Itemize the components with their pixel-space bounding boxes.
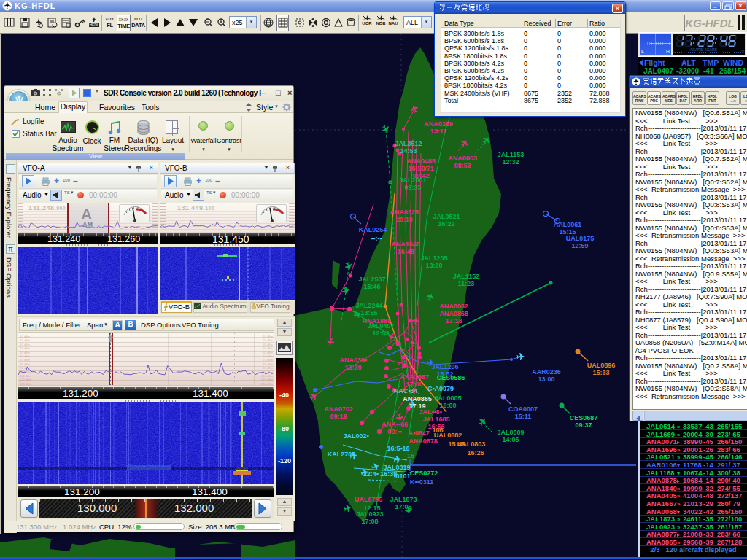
svg-text:16: 16 (407, 452, 414, 459)
svg-text:16:48: 16:48 (397, 248, 414, 255)
svg-text:12:59: 12:59 (571, 242, 588, 249)
svg-text:13:20: 13:20 (425, 262, 442, 269)
svg-text:12:32: 12:32 (502, 158, 519, 166)
svg-text:16:5▪16: 16:5▪16 (387, 445, 409, 452)
svg-text:NAC▪34: NAC▪34 (394, 387, 418, 394)
svg-text:17:18: 17:18 (445, 317, 462, 324)
svg-text:JAL1153: JAL1153 (498, 151, 525, 158)
svg-text:ANA▪▪66: ANA▪▪66 (382, 421, 408, 428)
svg-text:12:15: 12:15 (363, 505, 380, 512)
svg-text:UAL0795: UAL0795 (355, 496, 383, 503)
svg-text:JAL▪▪8▪: JAL▪▪8▪ (419, 408, 442, 416)
svg-text:AAR0236: AAR0236 (532, 368, 561, 376)
svg-text:ANA1640: ANA1640 (391, 241, 420, 248)
svg-text:A▪0547: A▪0547 (408, 429, 430, 437)
svg-text:09:▪▪: 09:▪▪ (387, 428, 401, 435)
svg-text:16:22: 16:22 (438, 220, 454, 228)
svg-text:JAL0009: JAL0009 (497, 429, 524, 436)
svg-text:13:11: 13:11 (430, 128, 447, 135)
svg-text:--:--: --:-- (371, 235, 382, 242)
svg-text:ANA0702: ANA0702 (324, 405, 353, 413)
svg-text:14:53: 14:53 (400, 147, 417, 155)
svg-text:16:00: 16:00 (439, 402, 456, 409)
svg-text:22:4▪ 16:39: 22:4▪ 16:39 (363, 470, 398, 478)
svg-text:JAL1685: JAL1685 (422, 416, 449, 423)
svg-text:ANA0865: ANA0865 (403, 395, 432, 402)
svg-text:ANA0325: ANA0325 (390, 209, 419, 216)
svg-text:10:19: 10:19 (395, 216, 412, 223)
svg-text:15:46: 15:46 (363, 283, 380, 290)
svg-text:K▪▪0311: K▪▪0311 (410, 478, 433, 486)
svg-text:UAL0175: UAL0175 (566, 235, 595, 242)
svg-text:JAL1152: JAL1152 (453, 273, 480, 280)
svg-text:ANA0062: ANA0062 (439, 303, 468, 310)
svg-text:C▪A0079: C▪A0079 (427, 385, 454, 392)
svg-text:12:53: 12:53 (372, 330, 389, 337)
svg-text:CES0272: CES0272 (410, 470, 438, 477)
svg-text:16:58/71: 16:58/71 (408, 165, 434, 172)
svg-text:15:52: 15:52 (436, 370, 453, 378)
svg-text:ANA0868: ANA0868 (439, 310, 468, 317)
svg-text:JAL3512: JAL3512 (395, 140, 422, 147)
svg-text:09:37: 09:37 (575, 421, 592, 429)
svg-text:16:26: 16:26 (467, 449, 484, 456)
svg-text:15:33: 15:33 (592, 369, 609, 376)
svg-text:JAL2244: JAL2244 (355, 302, 382, 309)
svg-text:17:05: 17:05 (395, 503, 411, 510)
svg-text:15:45: 15:45 (448, 440, 465, 448)
svg-text:JAL0407: JAL0407 (367, 322, 394, 330)
svg-text:JAL002▪: JAL002▪ (343, 432, 368, 440)
svg-text:ANA0053: ANA0053 (448, 155, 477, 162)
svg-text:13:00: 13:00 (538, 376, 554, 383)
svg-text:11:23: 11:23 (458, 280, 475, 287)
svg-text:ANA0289: ANA0289 (424, 120, 453, 128)
svg-text:13:55: 13:55 (360, 309, 377, 316)
svg-text:JAL0005: JAL0005 (434, 394, 461, 402)
svg-text:COA0007: COA0007 (508, 405, 538, 413)
svg-text:106: 106 (432, 427, 443, 434)
svg-text:13:39: 13:39 (344, 364, 361, 371)
svg-text:ANA0485: ANA0485 (406, 158, 436, 165)
svg-text:JAL2001: JAL2001 (399, 176, 426, 184)
svg-text:JAL2507: JAL2507 (358, 276, 385, 283)
svg-text:15:11: 15:11 (515, 413, 532, 420)
svg-text:09:35: 09:35 (404, 184, 421, 191)
svg-text:14:06: 14:06 (502, 436, 519, 443)
svg-text:ANA039▪: ANA039▪ (339, 357, 367, 364)
svg-text:09:19: 09:19 (330, 413, 347, 420)
svg-text:CES0687: CES0687 (570, 414, 598, 421)
svg-text:JAL0521: JAL0521 (433, 213, 460, 220)
svg-text:ANA1667: ANA1667 (400, 373, 429, 381)
svg-text:17:08: 17:08 (361, 518, 378, 525)
svg-text:JAL1206: JAL1206 (431, 363, 458, 370)
svg-text:HFDL: HFDL (89, 23, 98, 27)
svg-text:KAL2708: KAL2708 (328, 451, 356, 458)
svg-text:KAL0254: KAL0254 (359, 226, 387, 233)
svg-text:08:53: 08:53 (454, 162, 471, 169)
svg-text:JAL1205: JAL1205 (420, 254, 447, 262)
svg-text:AAL0061: AAL0061 (554, 221, 582, 228)
svg-text:UAL0896: UAL0896 (587, 362, 616, 369)
svg-text:JAL1873: JAL1873 (390, 496, 417, 503)
